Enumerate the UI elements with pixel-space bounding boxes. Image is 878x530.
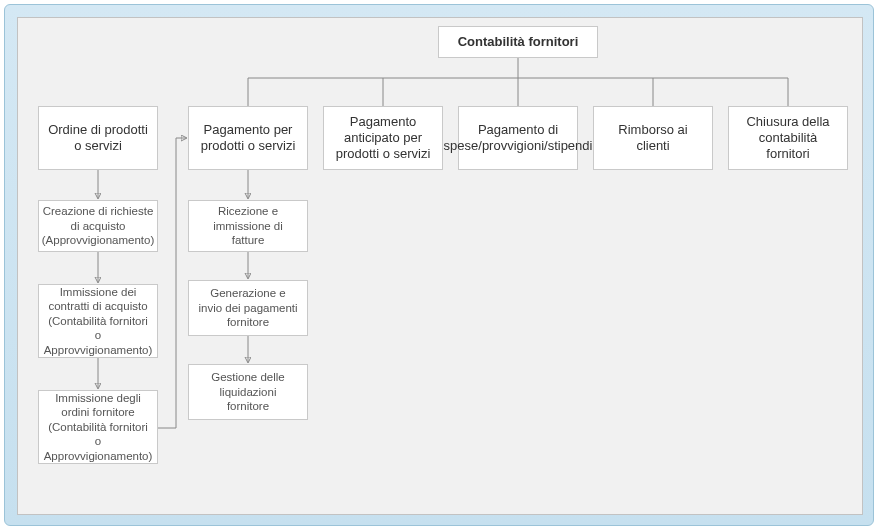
step-label: Creazione di richieste di acquisto (Appr… [42, 204, 155, 247]
step-label: Immissione dei contratti di acquisto (Co… [44, 285, 153, 357]
step-label: Gestione delle liquidazioni fornitore [197, 370, 299, 413]
category-ordine-prodotti: Ordine di prodotti o servizi [38, 106, 158, 170]
category-rimborso-clienti: Rimborso ai clienti [593, 106, 713, 170]
step-immissione-ordini: Immissione degli ordini fornitore (Conta… [38, 390, 158, 464]
diagram-outer-frame: Contabilità fornitori Ordine di prodotti… [4, 4, 874, 526]
category-label: Pagamento per prodotti o servizi [197, 122, 299, 155]
category-label: Ordine di prodotti o servizi [47, 122, 149, 155]
step-gestione-liquidazioni: Gestione delle liquidazioni fornitore [188, 364, 308, 420]
root-title: Contabilità fornitori [458, 34, 579, 50]
root-node: Contabilità fornitori [438, 26, 598, 58]
category-chiusura: Chiusura della contabilità fornitori [728, 106, 848, 170]
category-label: Pagamento anticipato per prodotti o serv… [332, 114, 434, 163]
category-pagamento-anticipato: Pagamento anticipato per prodotti o serv… [323, 106, 443, 170]
step-immissione-contratti: Immissione dei contratti di acquisto (Co… [38, 284, 158, 358]
category-label: Rimborso ai clienti [602, 122, 704, 155]
category-label: Pagamento di spese/provvigioni/stipendi [444, 122, 593, 155]
step-label: Immissione degli ordini fornitore (Conta… [44, 391, 153, 463]
step-generazione-pagamenti: Generazione e invio dei pagamenti fornit… [188, 280, 308, 336]
step-label: Ricezione e immissione di fatture [197, 204, 299, 247]
category-label: Chiusura della contabilità fornitori [737, 114, 839, 163]
step-label: Generazione e invio dei pagamenti fornit… [197, 286, 299, 329]
step-creazione-richieste: Creazione di richieste di acquisto (Appr… [38, 200, 158, 252]
category-pagamento-spese: Pagamento di spese/provvigioni/stipendi [458, 106, 578, 170]
step-ricezione-fatture: Ricezione e immissione di fatture [188, 200, 308, 252]
diagram-canvas: Contabilità fornitori Ordine di prodotti… [17, 17, 863, 515]
category-pagamento-prodotti: Pagamento per prodotti o servizi [188, 106, 308, 170]
